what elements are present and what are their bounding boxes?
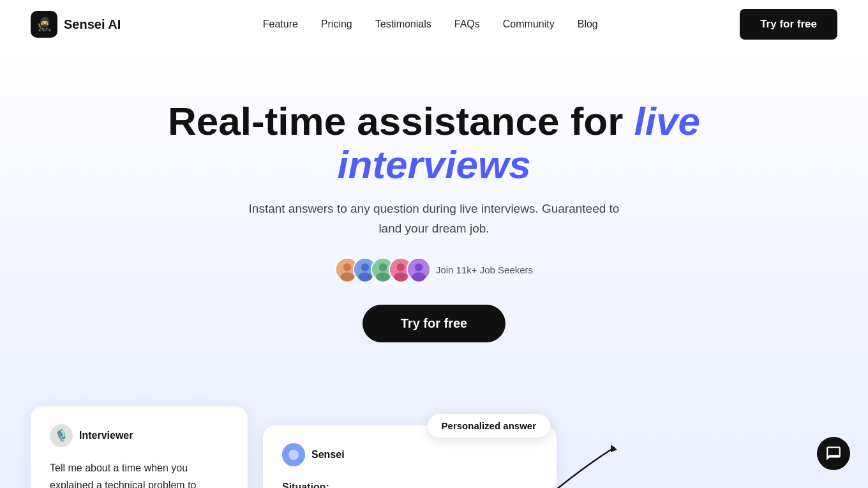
avatar-5: [407, 257, 431, 282]
hero-subtext: Instant answers to any question during l…: [236, 199, 632, 238]
svg-point-16: [412, 273, 425, 282]
nav-pricing[interactable]: Pricing: [321, 19, 352, 29]
sensei-card: Personalized answer Sensei Situation: - …: [263, 425, 557, 488]
svg-point-12: [397, 263, 405, 271]
navbar: 🥷 Sensei AI Feature Pricing Testimonials…: [0, 0, 868, 49]
svg-marker-18: [611, 445, 617, 452]
svg-point-20: [288, 450, 299, 460]
interviewer-question: Tell me about a time when you explained …: [50, 460, 228, 488]
sensei-name: Sensei: [311, 449, 345, 461]
svg-text:🥷: 🥷: [36, 17, 52, 32]
hero-avatars-row: Join 11k+ Job Seekers: [335, 257, 533, 282]
chat-icon: [825, 445, 842, 462]
nav-community[interactable]: Community: [503, 19, 555, 29]
hero-try-free-button[interactable]: Try for free: [363, 305, 505, 342]
interviewer-name: Interviewer: [79, 430, 133, 441]
svg-point-7: [358, 273, 371, 282]
svg-point-10: [376, 273, 389, 282]
hero-headline-plain: Real-time assistance for: [168, 99, 634, 143]
nav-links: Feature Pricing Testimonials FAQs Commun…: [263, 19, 598, 30]
interviewer-card: 🎙️ Interviewer Tell me about a time when…: [31, 406, 248, 488]
nav-testimonials[interactable]: Testimonials: [375, 19, 431, 29]
hero-section: Real-time assistance for live interviews…: [0, 49, 868, 381]
nav-blog[interactable]: Blog: [578, 19, 598, 29]
sensei-card-header: Sensei: [282, 443, 537, 466]
nav-try-free-button[interactable]: Try for free: [740, 9, 837, 40]
svg-point-3: [343, 263, 352, 271]
interviewer-card-header: 🎙️ Interviewer: [50, 424, 228, 447]
svg-point-15: [415, 263, 423, 271]
personalized-badge: Personalized answer: [428, 414, 550, 438]
hero-headline: Real-time assistance for live interviews: [160, 100, 708, 187]
chat-fab-button[interactable]: [817, 437, 850, 470]
logo-link[interactable]: 🥷 Sensei AI: [31, 11, 121, 38]
demo-section: 🎙️ Interviewer Tell me about a time when…: [0, 381, 868, 488]
situation-label: Situation:: [282, 482, 329, 488]
nav-faqs[interactable]: FAQs: [454, 19, 480, 29]
interviewer-avatar: 🎙️: [50, 424, 73, 447]
avatar-stack: [335, 257, 431, 282]
logo-text: Sensei AI: [64, 17, 121, 32]
sensei-response: Situation: - Building real-time analytic…: [282, 479, 537, 488]
hero-join-text: Join 11k+ Job Seekers: [436, 264, 533, 275]
nav-feature[interactable]: Feature: [263, 19, 298, 29]
arrow-to-badge: [550, 438, 627, 488]
svg-point-9: [379, 263, 387, 271]
svg-point-4: [340, 273, 354, 282]
sensei-avatar: [282, 443, 305, 466]
logo-icon: 🥷: [31, 11, 57, 38]
svg-point-6: [361, 263, 370, 271]
svg-point-13: [394, 273, 407, 282]
